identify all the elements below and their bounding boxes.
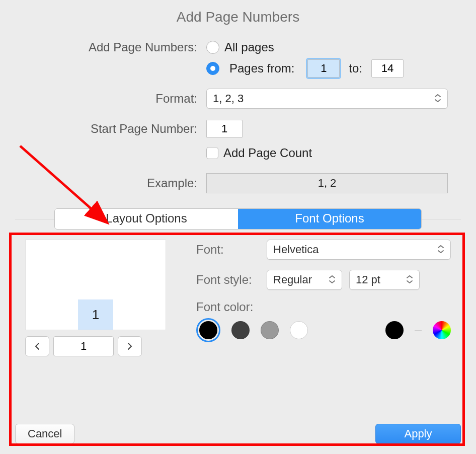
label-add-page-numbers: Add Page Numbers: [15, 40, 206, 54]
tab-font-options[interactable]: Font Options [238, 209, 421, 229]
select-format-value: 1, 2, 3 [213, 92, 244, 105]
label-format: Format: [15, 92, 206, 106]
radio-pages-from[interactable] [206, 62, 219, 75]
label-example: Example: [15, 176, 206, 190]
radio-all-pages[interactable] [206, 41, 219, 54]
input-pages-from[interactable] [307, 59, 340, 78]
input-pages-to[interactable] [371, 59, 404, 78]
select-format[interactable]: 1, 2, 3 [206, 89, 448, 109]
dialog-title: Add Page Numbers [0, 0, 476, 40]
label-add-page-count: Add Page Count [223, 146, 312, 160]
annotation-highlight-box [9, 233, 465, 446]
example-display: 1, 2 [206, 173, 448, 193]
radio-all-pages-label: All pages [224, 40, 274, 54]
input-start-number[interactable] [206, 120, 243, 138]
label-to: to: [349, 61, 362, 75]
chevron-down-icon [434, 94, 441, 104]
radio-pages-from-label: Pages from: [229, 61, 294, 75]
checkbox-add-page-count[interactable] [206, 147, 218, 159]
label-start-page-number: Start Page Number: [15, 122, 206, 136]
tab-layout-options[interactable]: Layout Options [55, 209, 238, 229]
